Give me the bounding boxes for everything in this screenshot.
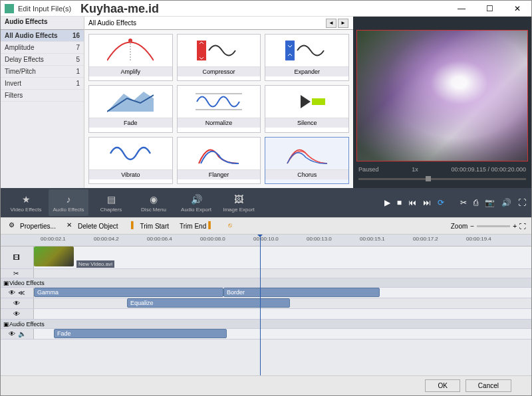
effect-card-flanger[interactable]: Flanger (177, 137, 261, 184)
minimize-button[interactable]: — (452, 4, 471, 13)
effect-card-silence[interactable]: Silence (265, 85, 349, 132)
zoom-out-button[interactable]: − (470, 223, 474, 230)
zoom-fit-button[interactable]: ⛶ (519, 223, 526, 230)
snapshot-button[interactable]: ⎙ (473, 198, 478, 207)
effect-card-amplify[interactable]: Amplify (88, 34, 173, 81)
audio-effects-icon: ♪ (62, 193, 75, 205)
trim-start-button[interactable]: ▐ Trim Start (126, 220, 172, 232)
ribbon-video-effects[interactable]: ★Video Effects (6, 189, 46, 216)
sidebar-tab-audio[interactable]: Audio Effects (1, 17, 51, 29)
time-mark: 00:00:04.2 (94, 236, 119, 242)
category-item[interactable]: Delay Effects5 (1, 54, 84, 66)
effect-card-fade[interactable]: Fade (88, 85, 173, 132)
trim-track[interactable] (34, 269, 531, 278)
time-mark: 00:00:06.4 (147, 236, 172, 242)
chapters-icon: ▤ (104, 193, 118, 205)
ribbon-audio-export[interactable]: 🔊Audio Export (176, 189, 216, 216)
rewind-icon[interactable]: ≪ (18, 289, 26, 297)
cut-button[interactable]: ✂ (460, 198, 467, 207)
ribbon-chapters[interactable]: ▤Chapters (91, 189, 131, 216)
fx-track-2[interactable]: Equalize (34, 298, 531, 308)
app-window: Kuyhaa-me.id Edit Input File(s) — ☐ ✕ Au… (0, 0, 532, 396)
effect-label: Compressor (178, 66, 261, 76)
effect-thumb (89, 86, 172, 118)
effect-thumb (265, 138, 348, 169)
audio-effects-header[interactable]: ▣ Audio Effects (1, 320, 531, 329)
eye-icon[interactable]: 👁 (9, 289, 17, 297)
effect-card-normalize[interactable]: Normalize (177, 85, 261, 132)
video-clip[interactable] (34, 247, 74, 266)
effect-card-vibrato[interactable]: Vibrato (88, 137, 173, 184)
effect-label: Fade (89, 118, 172, 128)
ribbon-toolbar: ★Video Effects♪Audio Effects▤Chapters◉Di… (1, 188, 531, 217)
category-item[interactable]: All Audio Effects16 (1, 30, 84, 42)
playhead[interactable] (260, 235, 261, 375)
effect-card-chorus[interactable]: Chorus (265, 137, 349, 184)
effect-card-compressor[interactable]: Compressor (177, 34, 261, 81)
eye-icon[interactable]: 👁 (13, 310, 21, 318)
effect-card-expander[interactable]: Expander (265, 34, 349, 81)
video-track[interactable]: New Video.avi (34, 247, 531, 268)
fx-track-3[interactable] (34, 309, 531, 319)
speaker-icon[interactable]: 🔈 (18, 330, 26, 338)
prev-button[interactable]: ⏮ (408, 198, 416, 207)
maximize-button[interactable]: ☐ (479, 4, 499, 13)
category-item[interactable]: Time/Pitch1 (1, 66, 84, 78)
svg-rect-2 (197, 41, 206, 60)
video-effects-header[interactable]: ▣ Video Effects (1, 278, 531, 288)
split-icon: ⎋ (228, 221, 237, 231)
seek-bar[interactable] (353, 178, 531, 187)
video-effects-icon: ★ (19, 193, 33, 205)
preview-panel: Paused 1x 00:00:09.115 / 00:00:20.000 (353, 17, 531, 188)
scroll-right-button[interactable]: ► (338, 19, 348, 28)
category-item[interactable]: Amplitude7 (1, 42, 84, 54)
properties-button[interactable]: ⚙ Properties... (6, 220, 59, 232)
svg-rect-3 (285, 41, 295, 60)
zoom-label: Zoom (451, 223, 468, 230)
trim-end-button[interactable]: Trim End ▌ (177, 220, 220, 232)
audio-export-icon: 🔊 (190, 193, 203, 205)
zoom-in-button[interactable]: + (513, 223, 517, 230)
clip-gamma[interactable]: Gamma (34, 288, 223, 297)
ribbon-image-export[interactable]: 🖼Image Export (219, 189, 259, 216)
preview-video[interactable] (356, 30, 528, 161)
playback-speed: 1x (412, 166, 418, 173)
volume-button[interactable]: 🔊 (501, 198, 511, 207)
close-button[interactable]: ✕ (507, 4, 527, 13)
camera-button[interactable]: 📷 (485, 198, 495, 207)
effect-label: Flanger (178, 169, 261, 179)
zoom-slider[interactable] (477, 225, 510, 227)
ribbon-disc-menu[interactable]: ◉Disc Menu (134, 189, 174, 216)
gear-icon: ⚙ (9, 221, 18, 231)
time-mark: 00:00:15.1 (360, 236, 385, 242)
fullscreen-button[interactable]: ⛶ (518, 198, 526, 207)
eye-icon[interactable]: 👁 (13, 300, 21, 308)
category-item[interactable]: Invert1 (1, 78, 84, 90)
loop-button[interactable]: ⟳ (438, 198, 444, 207)
effects-tab-label: All Audio Effects (88, 19, 136, 27)
audio-fx-track-1[interactable]: Fade (34, 329, 531, 339)
ribbon-audio-effects[interactable]: ♪Audio Effects (49, 189, 88, 216)
category-item[interactable]: Filters (1, 90, 84, 102)
app-icon (5, 4, 14, 13)
clip-border[interactable]: Border (223, 288, 380, 297)
play-button[interactable]: ▶ (384, 198, 390, 207)
effect-thumb (265, 86, 348, 118)
fx-track-1[interactable]: Gamma Border (34, 288, 531, 298)
effect-thumb (178, 35, 261, 66)
cancel-button[interactable]: Cancel (466, 379, 511, 392)
stop-button[interactable]: ■ (397, 198, 402, 207)
film-icon: 🎞 (13, 254, 21, 262)
ok-button[interactable]: OK (425, 379, 460, 392)
video-clip-label: New Video.avi (76, 260, 114, 268)
delete-object-button[interactable]: ✕ Delete Object (64, 220, 121, 232)
next-button[interactable]: ⏭ (423, 198, 431, 207)
split-button[interactable]: ⎋ (225, 220, 240, 232)
clip-fade[interactable]: Fade (54, 329, 227, 338)
clip-equalize[interactable]: Equalize (127, 298, 290, 308)
eye-icon[interactable]: 👁 (9, 330, 17, 338)
time-ruler[interactable]: 00:00:02.100:00:04.200:00:06.400:00:08.0… (1, 235, 531, 247)
image-export-icon: 🖼 (232, 193, 245, 205)
scroll-left-button[interactable]: ◄ (326, 19, 336, 28)
playback-status: Paused (358, 166, 379, 173)
